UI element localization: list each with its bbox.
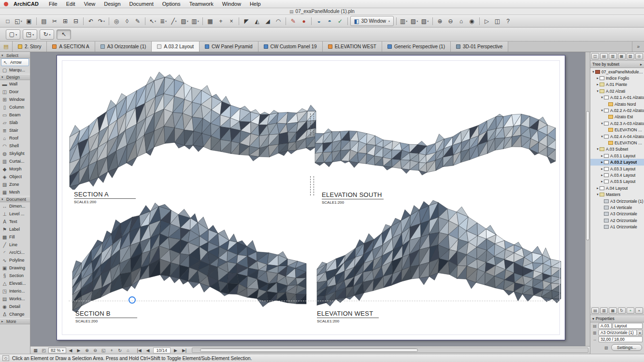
separator[interactable]: ▾ — [109, 17, 109, 25]
redo-button[interactable]: ↷ ▾ — [97, 16, 107, 26]
toolbox-item[interactable]: More — [0, 318, 30, 324]
toolbox-item[interactable]: ⚑ Label — [0, 225, 30, 233]
toolbox-item[interactable]: § Section — [0, 272, 30, 279]
view-tab[interactable]: A.03.2 Layout — [152, 42, 200, 52]
publish-button[interactable]: ▷ ▾ — [482, 16, 492, 26]
next-page-button[interactable]: ▶ — [172, 347, 179, 353]
menu-item[interactable]: Window — [218, 1, 245, 7]
toolbox-item[interactable]: ▦ Mesh — [0, 188, 30, 196]
horizontal-scrollbar[interactable] — [192, 348, 588, 353]
last-page-button[interactable]: ▶| — [181, 347, 188, 353]
separator[interactable]: ▾ — [396, 17, 397, 25]
tree-item[interactable]: A3 Orizzontale — [590, 211, 644, 217]
property-value-field[interactable]: Layout — [613, 323, 643, 329]
separator[interactable]: ▾ — [286, 17, 286, 25]
settings-button[interactable]: Settings... — [611, 344, 642, 351]
separator[interactable]: ▾ — [347, 17, 348, 25]
toolbox-item[interactable]: ▢ Marqu... — [0, 66, 30, 74]
tree-item[interactable]: A.02 Alzati — [590, 88, 644, 94]
split-button[interactable]: ◭ ▾ — [252, 16, 262, 26]
zoom-box-button[interactable]: ◱ — [100, 347, 107, 353]
menu-item[interactable]: Teamwork — [185, 1, 218, 7]
arrow-mode-button[interactable]: ↖ ▾ — [57, 29, 71, 40]
flyout-arrow-icon[interactable]: ▸ — [640, 62, 642, 67]
tree-item[interactable]: A4 Verticale — [590, 204, 644, 210]
disclosure-icon[interactable] — [600, 180, 604, 183]
vertical-scrollbar-thumb[interactable] — [586, 111, 589, 240]
toolbox-item[interactable]: A Text — [0, 218, 30, 225]
toolbox-item[interactable]: ◳ Interio... — [0, 287, 30, 295]
tree-item[interactable]: A1 Orizzontale — [590, 223, 644, 230]
add-button[interactable]: + — [627, 307, 634, 314]
rotate-mode-button[interactable]: ↻ ▾ — [40, 29, 54, 40]
drawing-section-a[interactable]: SECTION A SCALE1:200 — [66, 69, 322, 214]
menu-item[interactable]: Edit — [62, 1, 80, 7]
disclosure-icon[interactable] — [596, 76, 600, 80]
tree-item[interactable]: A.03.3 Layout — [590, 166, 644, 172]
menu-item[interactable]: Document — [125, 1, 158, 7]
toolbox-item[interactable]: ▣ Drawing — [0, 264, 30, 272]
property-value-field[interactable]: 32,00 / 18,00 — [599, 336, 643, 342]
layer-select[interactable]: ▥ ▾ — [190, 16, 200, 26]
trim-button[interactable]: ◤ ▾ — [242, 16, 252, 26]
disclosure-icon[interactable] — [596, 147, 600, 151]
drawing-section-b[interactable]: SECTION B SCALE1:200 — [68, 200, 312, 335]
layers-dialog-button[interactable]: ▥ ▾ — [399, 16, 409, 26]
view-map-button[interactable]: ▥ — [609, 53, 616, 59]
tree-item[interactable]: A.02.1 A-01 Alzato — [590, 95, 644, 101]
disclosure-icon[interactable] — [596, 193, 600, 196]
view-tab[interactable]: 3D-01 Perspective — [451, 42, 508, 52]
update-button[interactable]: ↻ — [618, 307, 626, 314]
menu-item[interactable]: Help — [245, 1, 265, 7]
disclosure-icon[interactable] — [600, 122, 604, 125]
pen-color-select[interactable]: ╱ ▾ — [169, 16, 179, 26]
project-map-button[interactable]: ▤ — [600, 53, 608, 59]
disclosure-icon[interactable] — [600, 96, 604, 99]
view-tab[interactable]: ELEVATION WEST — [323, 42, 382, 52]
help-button[interactable]: ? ▾ — [503, 16, 513, 26]
suspend-groups-button[interactable]: × ▾ — [227, 16, 237, 26]
publisher-button[interactable]: ▧ — [627, 53, 634, 59]
toolbox-item[interactable]: ◠ Shell — [0, 142, 30, 150]
separator[interactable]: ▾ — [36, 17, 37, 25]
zoom-out-button[interactable]: ⊖ — [92, 347, 99, 353]
zoom-prev-button[interactable]: ◀ — [67, 347, 74, 353]
disclosure-icon[interactable] — [596, 186, 600, 190]
toolbox-item[interactable]: ⊞ Window — [0, 96, 30, 103]
first-page-button[interactable]: |◀ — [136, 347, 143, 353]
apple-menu-icon[interactable] — [4, 2, 8, 6]
orbit-button[interactable]: ↻ — [116, 347, 124, 353]
separator[interactable]: ▾ — [479, 17, 480, 25]
arrow-tool-select[interactable]: ↖ ▾ — [148, 16, 158, 26]
tree-item[interactable]: A.03.5 Layout — [590, 179, 644, 185]
tree-item[interactable]: A.03.1 Layout — [590, 153, 644, 159]
disclosure-icon[interactable] — [600, 135, 604, 139]
layout-book-button[interactable]: ▦ — [618, 53, 626, 59]
toolbox-item[interactable]: ◜ Arc/Ci... — [0, 249, 30, 256]
vertical-scrollbar[interactable] — [585, 52, 590, 346]
chevron-down-icon[interactable]: ▾ — [638, 330, 643, 335]
teamwork-send-button[interactable]: ◒ ▾ — [314, 16, 324, 26]
fill-type-select[interactable]: ▨ ▾ — [180, 16, 190, 26]
horizontal-scrollbar-thumb[interactable] — [200, 348, 417, 352]
separator[interactable]: ▾ — [202, 17, 203, 25]
zoom-level-field[interactable]: 82 % ▾ — [48, 348, 66, 353]
snap-guides-button[interactable]: + ▾ — [216, 16, 226, 26]
toolbox-item[interactable]: ⌂ Roof — [0, 134, 30, 142]
drawing-elevation-west[interactable]: ELEVATION WEST SCALE1:200 — [313, 196, 567, 334]
layout-canvas[interactable]: SECTION A SCALE1:200 ELEVATION SOUTH SCA… — [30, 52, 590, 346]
toolbox-item[interactable]: Δ Change — [0, 310, 30, 318]
teamwork-ok-button[interactable]: ✓ ▾ — [335, 16, 345, 26]
disclosure-icon[interactable] — [596, 89, 600, 93]
zoom-next-button[interactable]: ▶ — [75, 347, 83, 353]
print-button[interactable]: ▤ ▾ — [39, 16, 49, 26]
tree-item[interactable]: A.02.3 A-03 Alzato — [590, 120, 644, 126]
tree-item[interactable]: A.03.2 Layout — [590, 159, 644, 165]
open-button[interactable]: ◱ ▾ — [14, 16, 24, 26]
tree-item[interactable]: A.03.4 Layout — [590, 172, 644, 178]
fillet-button[interactable]: ◠ ▾ — [273, 16, 284, 26]
view-tab[interactable]: A3 Orizzontale (1) — [95, 42, 152, 52]
separator[interactable]: ▾ — [432, 17, 433, 25]
view-tab[interactable]: 2. Story — [13, 42, 47, 52]
tree-item[interactable]: ELEVATION SOU — [590, 127, 644, 133]
